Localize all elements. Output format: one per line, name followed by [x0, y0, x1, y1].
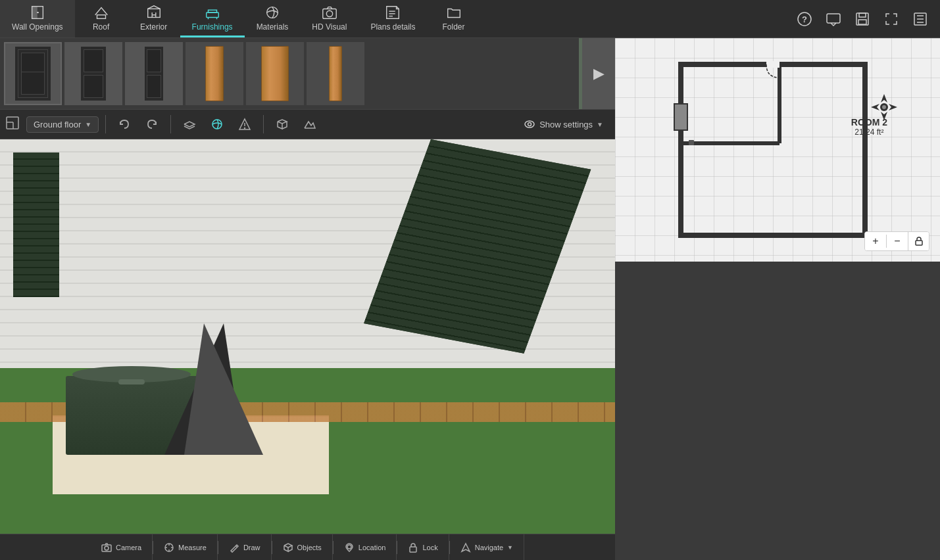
fireplace-object — [66, 376, 197, 455]
mountain-button[interactable] — [298, 114, 322, 135]
materials-icon — [264, 4, 281, 21]
cube-view-button[interactable] — [270, 114, 294, 135]
separator — [170, 115, 171, 133]
eye-icon — [524, 118, 535, 130]
floor-selector[interactable]: Ground floor ▼ — [26, 116, 99, 133]
svg-rect-9 — [208, 10, 216, 12]
layers-button[interactable] — [178, 114, 201, 135]
save-button[interactable] — [849, 6, 876, 32]
pan-lock-button[interactable] — [908, 232, 929, 250]
floor-dropdown-arrow: ▼ — [85, 121, 91, 128]
svg-rect-48 — [681, 64, 865, 235]
svg-marker-56 — [871, 104, 879, 110]
separator — [105, 115, 106, 133]
orbit-button[interactable] — [205, 114, 229, 135]
svg-point-12 — [267, 7, 278, 18]
svg-point-35 — [525, 121, 534, 128]
navigate-icon — [460, 542, 471, 553]
top-toolbar: Wall Openings Roof Exterior Furnishings — [0, 0, 940, 38]
3d-scene[interactable] — [0, 139, 615, 534]
more-button[interactable] — [907, 6, 933, 32]
navigate-button[interactable]: Navigate ▼ — [450, 534, 524, 560]
objects-button[interactable]: Objects — [272, 534, 333, 560]
tab-materials[interactable]: Materials — [245, 0, 301, 37]
right-shutter-area — [378, 139, 602, 376]
thumb-item[interactable] — [4, 42, 62, 105]
floor-bar: Ground floor ▼ — [0, 109, 615, 139]
scene-background — [0, 139, 615, 534]
warning-button[interactable] — [233, 114, 257, 135]
right-shutter — [364, 139, 591, 354]
svg-rect-53 — [689, 140, 694, 145]
draw-button[interactable]: Draw — [218, 534, 272, 560]
svg-marker-47 — [462, 544, 470, 551]
thumb-item[interactable] — [186, 42, 243, 105]
camera-bottom-icon — [101, 542, 112, 553]
strip-scroll-arrow[interactable]: ▶ — [582, 38, 615, 109]
lock-icon — [408, 542, 418, 553]
svg-point-34 — [245, 128, 245, 129]
left-shutter — [13, 152, 59, 297]
fullscreen-button[interactable] — [878, 6, 904, 32]
camera-mode-button[interactable]: Camera — [91, 534, 153, 560]
room-label: ROOM 2 21.24 ft² — [851, 117, 887, 137]
svg-point-14 — [326, 11, 332, 16]
zoom-in-button[interactable]: + — [865, 232, 886, 250]
thumb-item[interactable] — [307, 42, 364, 105]
floor-plan-panel: ROOM 2 21.24 ft² + − — [615, 38, 940, 560]
svg-rect-60 — [916, 241, 922, 245]
lock-button[interactable]: Lock — [397, 534, 449, 560]
door-icon — [29, 4, 46, 21]
undo-button[interactable] — [112, 114, 136, 135]
main-area: ▶ Ground floor ▼ — [0, 38, 940, 560]
exterior-icon — [145, 4, 162, 21]
roof-icon — [93, 4, 110, 21]
tab-hd-visual[interactable]: HD Visual — [300, 0, 359, 37]
show-settings-button[interactable]: Show settings ▼ — [517, 116, 610, 133]
svg-point-45 — [347, 545, 351, 549]
location-icon — [344, 542, 355, 553]
navigate-dropdown: ▼ — [507, 544, 513, 551]
measure-button[interactable]: Measure — [153, 534, 218, 560]
svg-rect-20 — [827, 14, 840, 23]
svg-rect-28 — [7, 117, 18, 129]
furnishings-icon — [204, 4, 221, 21]
svg-rect-4 — [147, 9, 160, 17]
thumbnail-strip — [0, 38, 579, 109]
bottom-toolbar: Camera Measure Draw — [0, 534, 615, 560]
help-button[interactable]: ? — [791, 6, 818, 32]
svg-rect-52 — [674, 104, 687, 130]
tab-furnishings[interactable]: Furnishings — [180, 0, 245, 37]
tab-wall-openings[interactable]: Wall Openings — [0, 0, 75, 37]
floor-plan-icon — [5, 116, 20, 133]
svg-marker-54 — [881, 94, 887, 103]
camera-icon — [321, 4, 338, 21]
tab-plans-details[interactable]: Plans details — [359, 0, 427, 37]
thumb-item[interactable] — [246, 42, 304, 105]
svg-point-36 — [528, 123, 532, 126]
tab-exterior[interactable]: Exterior — [128, 0, 180, 37]
comment-button[interactable] — [820, 6, 847, 32]
location-button[interactable]: Location — [334, 534, 397, 560]
house-wall — [0, 139, 615, 376]
thumb-item[interactable] — [64, 42, 122, 105]
tab-folder[interactable]: Folder — [428, 0, 480, 37]
svg-rect-3 — [97, 15, 105, 19]
zoom-controls: + − — [864, 231, 929, 251]
measure-icon — [164, 542, 174, 553]
svg-text:?: ? — [802, 14, 807, 24]
thumb-item[interactable] — [125, 42, 183, 105]
svg-rect-46 — [410, 547, 416, 552]
tab-roof[interactable]: Roof — [75, 0, 128, 37]
floor-plan-view[interactable]: ROOM 2 21.24 ft² + − — [615, 38, 940, 262]
plans-icon — [384, 4, 401, 21]
settings-dropdown-arrow: ▼ — [597, 121, 603, 128]
left-window-area — [0, 146, 132, 376]
floor-plan-svg — [615, 38, 940, 262]
3d-view[interactable]: ▶ Ground floor ▼ — [0, 38, 615, 560]
svg-rect-23 — [858, 20, 866, 24]
redo-button[interactable] — [140, 114, 164, 135]
svg-rect-0 — [32, 7, 36, 19]
zoom-out-button[interactable]: − — [887, 232, 908, 250]
objects-icon — [283, 542, 293, 553]
